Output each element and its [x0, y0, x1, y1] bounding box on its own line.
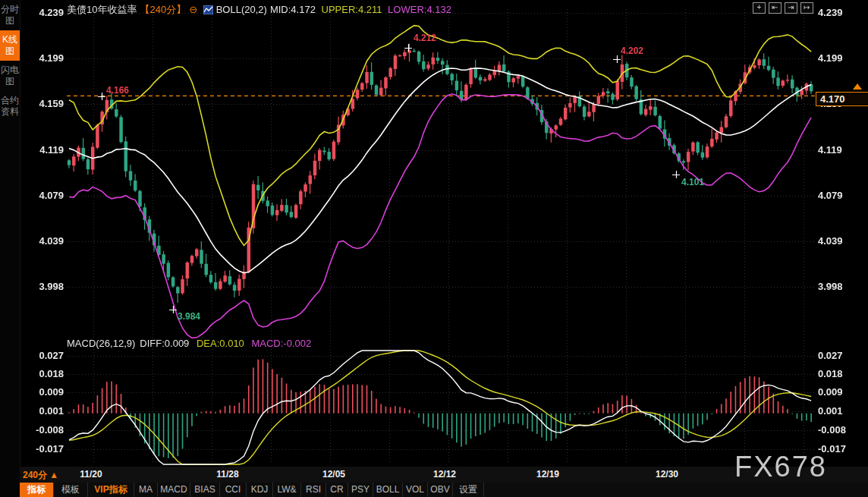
macd-macd-value: MACD:-0.002 — [251, 338, 311, 349]
chart-app-window: 分时图K线图闪电图合约资料 美债10年收益率【240分】⊖ BOLL(20,2)… — [0, 0, 868, 497]
sidebar-item-kline[interactable]: K线图 — [0, 30, 20, 61]
boll-lower-value: LOWER:4.132 — [388, 4, 451, 15]
macd-axis-label-left: 0.018 — [30, 368, 64, 379]
macd-axis-label-left: -0.008 — [30, 424, 64, 436]
shift-left-icon[interactable]: ⇤ — [769, 2, 782, 14]
price-axis-label-right: 3.998 — [818, 281, 843, 292]
sidebar-item-shandian[interactable]: 闪电图 — [0, 61, 20, 91]
toolbar-button-模板[interactable]: 模板 — [54, 483, 88, 497]
macd-axis-label-left: 0.001 — [30, 405, 64, 417]
date-axis-label: 11/20 — [80, 469, 102, 480]
macd-axis-label-left: -0.017 — [30, 443, 64, 455]
toolbar-button-CR[interactable]: CR — [326, 483, 348, 497]
price-axis-label-left: 4.079 — [30, 190, 64, 201]
toolbar-button-VIP指标[interactable]: VIP指标 — [88, 483, 134, 497]
toolbar-button-BOLL[interactable]: BOLL — [373, 483, 403, 497]
macd-axis-label-left: 0.027 — [30, 350, 64, 361]
date-axis-label: 12/12 — [433, 469, 456, 480]
price-axis-label-right: 4.079 — [818, 190, 843, 201]
price-axis-label-left: 4.239 — [30, 7, 64, 18]
toolbar-button-OBV[interactable]: OBV — [428, 483, 453, 497]
period-badge: 【240分】 — [140, 4, 186, 15]
date-axis-label: 12/19 — [536, 469, 559, 480]
date-axis-label: 11/28 — [216, 469, 238, 480]
last-price-tag: 4.170 — [816, 92, 868, 106]
macd-diff-value: DIFF:0.009 — [140, 338, 189, 349]
boll-label: BOLL(20,2) — [216, 4, 267, 15]
toolbar-button-KDJ[interactable]: KDJ — [247, 483, 273, 497]
toolbar-button-PSY[interactable]: PSY — [348, 483, 373, 497]
pan-icon[interactable]: + — [753, 2, 766, 14]
price-axis-label-left: 4.119 — [30, 144, 64, 156]
chart-type-sidebar: 分时图K线图闪电图合约资料 — [0, 0, 20, 497]
macd-axis-label-right: -0.008 — [818, 424, 846, 436]
chart-header: 美债10年收益率【240分】⊖ BOLL(20,2)MID:4.172 UPPE… — [67, 3, 454, 17]
date-axis-label: 12/30 — [656, 469, 678, 480]
toolbar-button-MA[interactable]: MA — [134, 483, 158, 497]
macd-header: MACD(26,12,9)DIFF:0.009 DEA:0.010 MACD:-… — [67, 338, 316, 349]
shift-right-icon[interactable]: ⇥ — [785, 2, 797, 14]
extreme-price-annotation: 4.166 — [106, 85, 129, 96]
sidebar-item-heyue[interactable]: 合约资料 — [0, 91, 20, 121]
macd-formula: MACD(26,12,9) — [67, 338, 135, 349]
toolbar-button-设置[interactable]: 设置 — [453, 483, 484, 497]
toolbar-button-CCI[interactable]: CCI — [220, 483, 247, 497]
symbol-title: 美债10年收益率 — [67, 4, 137, 15]
macd-axis-label-right: 0.009 — [818, 386, 843, 398]
price-axis-label-left: 3.998 — [30, 281, 64, 292]
sidebar-item-fenshi[interactable]: 分时图 — [0, 0, 20, 30]
price-axis-label-left: 4.039 — [30, 235, 64, 247]
boll-upper-value: UPPER:4.211 — [322, 4, 382, 15]
extreme-price-annotation: 3.984 — [178, 311, 200, 322]
exit-right-icon[interactable]: ↦ — [800, 2, 813, 14]
boll-chart-icon — [203, 5, 213, 14]
window-icon-bar: +⇤⇥↦ — [753, 2, 813, 14]
extreme-price-annotation: 4.212 — [414, 33, 436, 43]
macd-axis-label-right: 0.018 — [818, 368, 843, 379]
price-axis-label-right: 4.119 — [818, 144, 842, 156]
period-selector[interactable]: 240分 ▲ — [23, 469, 58, 482]
price-axis-label-right: 4.199 — [818, 52, 843, 64]
boll-mid-value: MID:4.172 — [270, 4, 316, 15]
chart-canvas[interactable] — [0, 0, 868, 497]
toolbar-button-LW&[interactable]: LW& — [273, 483, 301, 497]
extreme-price-annotation: 4.101 — [681, 177, 704, 187]
toolbar-button-MACD[interactable]: MACD — [158, 483, 190, 497]
price-up-arrow-icon — [853, 83, 862, 90]
toolbar-button-BIAS[interactable]: BIAS — [190, 483, 220, 497]
toolbar-button-VOL[interactable]: VOL — [403, 483, 428, 497]
collapse-icon[interactable]: ⊖ — [189, 4, 197, 15]
macd-axis-label-left: 0.009 — [30, 386, 64, 398]
extreme-price-annotation: 4.202 — [621, 46, 643, 56]
price-axis-label-right: 4.039 — [818, 235, 843, 247]
price-axis-label-left: 4.159 — [30, 98, 64, 109]
toolbar-button-RSI[interactable]: RSI — [301, 483, 326, 497]
macd-axis-label-right: 0.027 — [818, 350, 843, 361]
date-axis-label: 12/05 — [322, 469, 345, 480]
watermark: FX678 — [734, 451, 827, 483]
macd-dea-value: DEA:0.010 — [197, 338, 244, 349]
indicator-toolbar: 指标模板VIP指标MAMACDBIASCCIKDJLW&RSICRPSYBOLL… — [20, 483, 868, 497]
toolbar-button-指标[interactable]: 指标 — [20, 483, 54, 497]
macd-axis-label-right: 0.001 — [818, 405, 843, 417]
price-axis-label-left: 4.199 — [30, 52, 64, 64]
price-axis-label-right: 4.239 — [818, 7, 843, 18]
